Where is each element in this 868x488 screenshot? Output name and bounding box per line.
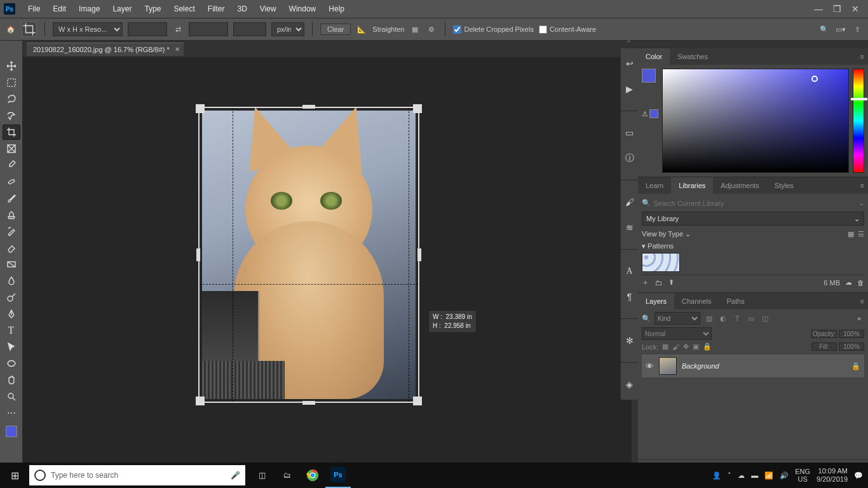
actions-panel-icon[interactable]: ▶ <box>623 83 636 95</box>
battery-icon[interactable]: ▬ <box>751 471 758 479</box>
fill-value[interactable]: 100% <box>839 342 864 351</box>
hue-slider[interactable] <box>853 69 864 173</box>
history-panel-icon[interactable]: ↩ <box>623 57 636 70</box>
list-view-icon[interactable]: ☰ <box>858 230 864 238</box>
lock-pixels-icon[interactable]: 🖌 <box>672 343 679 351</box>
crop-unit-select[interactable]: px/in <box>271 22 304 36</box>
lock-all-icon[interactable]: 🔒 <box>703 342 712 351</box>
lock-transparent-icon[interactable]: ▩ <box>662 342 668 351</box>
layer-thumbnail[interactable] <box>659 357 677 375</box>
blur-tool-icon[interactable] <box>3 273 20 288</box>
overlay-grid-icon[interactable]: ▦ <box>409 25 421 34</box>
menu-image[interactable]: Image <box>72 4 106 13</box>
share-icon[interactable]: ⇪ <box>851 25 863 34</box>
expand-panels-right-icon[interactable]: » <box>627 38 630 44</box>
healing-tool-icon[interactable] <box>3 174 20 189</box>
tab-libraries[interactable]: Libraries <box>671 177 713 194</box>
mic-icon[interactable]: 🎤 <box>231 471 240 480</box>
blend-mode-select[interactable]: Normal <box>642 327 712 340</box>
home-icon[interactable]: 🏠 <box>5 22 17 36</box>
filter-pixel-icon[interactable]: ▧ <box>704 315 714 323</box>
filter-type-icon[interactable]: T <box>732 315 742 322</box>
hue-slider-handle[interactable] <box>851 98 867 100</box>
menu-file[interactable]: File <box>22 4 46 13</box>
close-document-icon[interactable]: ✕ <box>175 46 180 53</box>
path-select-tool-icon[interactable] <box>3 339 20 355</box>
search-icon[interactable]: 🔍 <box>818 25 830 34</box>
eyedropper-tool-icon[interactable] <box>3 158 20 173</box>
tab-paths[interactable]: Paths <box>719 293 752 309</box>
menu-view[interactable]: View <box>254 4 283 13</box>
workspace-icon[interactable]: ▭▾ <box>835 25 846 34</box>
type-tool-icon[interactable]: T <box>3 323 20 338</box>
color-spectrum[interactable] <box>662 69 849 173</box>
brush-tool-icon[interactable] <box>3 191 20 206</box>
info-panel-icon[interactable]: ⓘ <box>623 152 636 165</box>
zoom-tool-icon[interactable] <box>3 389 20 404</box>
crop-handle-top[interactable] <box>302 105 315 109</box>
history-brush-tool-icon[interactable] <box>3 224 20 239</box>
close-icon[interactable]: ✕ <box>851 4 859 14</box>
filter-smart-icon[interactable]: ◫ <box>760 315 770 323</box>
crop-handle-br[interactable] <box>413 396 422 405</box>
view-by-label[interactable]: View by Type <box>642 230 683 238</box>
frame-tool-icon[interactable] <box>3 141 20 156</box>
crop-resolution-input[interactable] <box>233 22 266 36</box>
tab-swatches[interactable]: Swatches <box>670 48 715 65</box>
layer-row-background[interactable]: 👁 Background 🔒 <box>642 355 864 377</box>
layers-panel-menu-icon[interactable]: ≡ <box>860 297 864 305</box>
straighten-icon[interactable]: 📐 <box>356 25 367 34</box>
crop-tool-icon[interactable] <box>3 125 20 140</box>
content-aware-checkbox[interactable]: Content-Aware <box>539 25 596 34</box>
properties-panel-icon[interactable]: ▭ <box>623 126 636 139</box>
menu-select[interactable]: Select <box>167 4 201 13</box>
color-picker-handle[interactable] <box>811 76 818 82</box>
crop-handle-tl[interactable] <box>196 104 205 113</box>
menu-window[interactable]: Window <box>283 4 323 13</box>
menu-layer[interactable]: Layer <box>106 4 138 13</box>
gamut-warning-icon[interactable]: ⚠ <box>642 109 658 118</box>
paragraph-panel-icon[interactable]: ¶ <box>623 290 636 303</box>
tab-learn[interactable]: Learn <box>638 177 671 194</box>
gradient-tool-icon[interactable] <box>3 257 20 272</box>
pen-tool-icon[interactable] <box>3 306 20 322</box>
clear-button[interactable]: Clear <box>320 24 351 35</box>
people-icon[interactable]: 👤 <box>712 471 721 480</box>
library-select[interactable]: My Library⌄ <box>642 212 864 226</box>
hand-tool-icon[interactable] <box>3 372 20 388</box>
crop-width-input[interactable] <box>128 22 167 36</box>
marquee-tool-icon[interactable] <box>3 75 20 90</box>
crop-handle-bottom[interactable] <box>302 401 315 405</box>
lasso-tool-icon[interactable] <box>3 92 20 107</box>
menu-help[interactable]: Help <box>322 4 351 13</box>
pattern-thumbnail[interactable] <box>642 253 680 272</box>
wifi-icon[interactable]: 📶 <box>764 471 773 480</box>
layer-filter-select[interactable]: Kind <box>654 312 700 325</box>
tab-color[interactable]: Color <box>638 48 670 65</box>
taskbar-clock[interactable]: 10:09 AM9/20/2019 <box>817 467 848 484</box>
menu-3d[interactable]: 3D <box>231 4 253 13</box>
crop-handle-right[interactable] <box>417 248 421 261</box>
tab-layers[interactable]: Layers <box>638 293 674 309</box>
crop-handle-bl[interactable] <box>196 396 205 405</box>
chevron-down-icon[interactable]: ⌄ <box>685 230 691 238</box>
straighten-label[interactable]: Straighten <box>372 25 404 33</box>
brush-settings-icon[interactable]: ≋ <box>623 221 636 234</box>
crop-height-input[interactable] <box>189 22 228 36</box>
move-tool-icon[interactable] <box>3 58 20 74</box>
trash-icon[interactable]: 🗑 <box>857 279 864 287</box>
maximize-icon[interactable]: ❐ <box>833 4 841 14</box>
grid-view-icon[interactable]: ▦ <box>848 230 854 238</box>
minimize-icon[interactable]: ― <box>814 4 823 14</box>
foreground-color-swatch[interactable] <box>6 426 17 437</box>
volume-icon[interactable]: 🔊 <box>780 471 789 480</box>
add-folder-icon[interactable]: 🗀 <box>655 279 662 287</box>
menu-filter[interactable]: Filter <box>201 4 231 13</box>
quick-select-tool-icon[interactable] <box>3 108 20 123</box>
clone-stamp-tool-icon[interactable] <box>3 207 20 222</box>
brushes-panel-icon[interactable]: 🖌 <box>623 196 636 208</box>
search-dropdown-icon[interactable]: ⌄ <box>858 199 864 207</box>
layer-visibility-icon[interactable]: 👁 <box>646 362 654 371</box>
language-indicator[interactable]: ENGUS <box>795 468 810 483</box>
task-view-icon[interactable]: ◫ <box>249 463 275 488</box>
